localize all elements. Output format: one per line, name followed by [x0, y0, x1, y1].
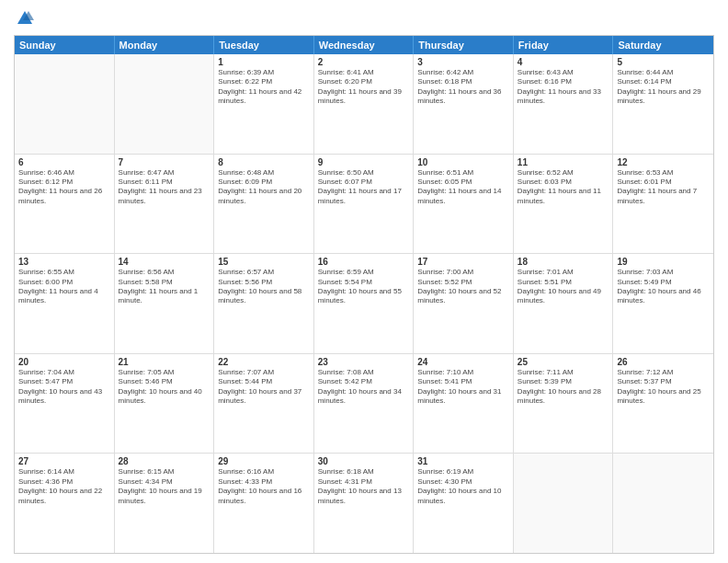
- sunrise-text: Sunrise: 7:10 AM: [417, 368, 473, 376]
- daylight-text: Daylight: 11 hours and 23 minutes.: [119, 187, 202, 204]
- day-cell-30: 30Sunrise: 6:18 AMSunset: 4:31 PMDayligh…: [314, 454, 415, 553]
- sunset-text: Sunset: 5:46 PM: [119, 377, 173, 385]
- daylight-text: Daylight: 10 hours and 16 minutes.: [218, 487, 301, 504]
- daylight-text: Daylight: 11 hours and 36 minutes.: [417, 87, 501, 105]
- sunset-text: Sunset: 5:52 PM: [417, 278, 472, 286]
- sunrise-text: Sunrise: 6:41 AM: [318, 68, 374, 76]
- cell-info: Sunrise: 6:18 AMSunset: 4:31 PMDaylight:…: [318, 467, 410, 506]
- daylight-text: Daylight: 11 hours and 20 minutes.: [218, 187, 301, 204]
- day-number: 7: [119, 157, 210, 167]
- day-number: 28: [119, 456, 210, 466]
- sunset-text: Sunset: 5:39 PM: [518, 377, 572, 385]
- sunrise-text: Sunrise: 7:00 AM: [417, 268, 473, 276]
- day-cell-27: 27Sunrise: 6:14 AMSunset: 4:36 PMDayligh…: [15, 454, 115, 553]
- sunrise-text: Sunrise: 6:19 AM: [417, 467, 473, 476]
- cell-info: Sunrise: 6:41 AMSunset: 6:20 PMDaylight:…: [318, 68, 410, 107]
- logo: [14, 9, 34, 28]
- day-number: 4: [518, 57, 609, 67]
- day-number: 15: [218, 257, 310, 267]
- daylight-text: Daylight: 11 hours and 11 minutes.: [518, 187, 601, 204]
- sunrise-text: Sunrise: 6:44 AM: [617, 68, 673, 76]
- sunset-text: Sunset: 6:22 PM: [218, 77, 272, 86]
- day-number: 25: [518, 357, 609, 367]
- sunrise-text: Sunrise: 6:59 AM: [318, 268, 374, 276]
- daylight-text: Daylight: 10 hours and 25 minutes.: [617, 387, 700, 405]
- day-cell-21: 21Sunrise: 7:05 AMSunset: 5:46 PMDayligh…: [115, 354, 215, 454]
- day-number: 3: [417, 57, 509, 67]
- day-cell-12: 12Sunrise: 6:53 AMSunset: 6:01 PMDayligh…: [613, 155, 713, 254]
- sunrise-text: Sunrise: 6:43 AM: [518, 68, 574, 76]
- sunset-text: Sunset: 4:34 PM: [119, 477, 173, 486]
- calendar-header: SundayMondayTuesdayWednesdayThursdayFrid…: [15, 36, 713, 54]
- sunrise-text: Sunrise: 7:05 AM: [119, 368, 175, 376]
- day-number: 20: [18, 357, 110, 367]
- cell-info: Sunrise: 6:19 AMSunset: 4:30 PMDaylight:…: [417, 467, 509, 506]
- daylight-text: Daylight: 11 hours and 1 minute.: [119, 287, 199, 304]
- daylight-text: Daylight: 10 hours and 34 minutes.: [318, 387, 402, 405]
- sunrise-text: Sunrise: 6:55 AM: [18, 268, 74, 276]
- day-number: 11: [518, 157, 609, 167]
- day-number: 24: [417, 357, 509, 367]
- sunset-text: Sunset: 5:37 PM: [617, 377, 671, 385]
- day-number: 16: [318, 257, 410, 267]
- day-number: 27: [18, 456, 110, 466]
- day-number: 30: [318, 456, 410, 466]
- sunrise-text: Sunrise: 7:08 AM: [318, 368, 374, 376]
- day-cell-20: 20Sunrise: 7:04 AMSunset: 5:47 PMDayligh…: [15, 354, 115, 454]
- sunset-text: Sunset: 5:42 PM: [318, 377, 372, 385]
- weekday-header-thursday: Thursday: [414, 36, 514, 54]
- page: SundayMondayTuesdayWednesdayThursdayFrid…: [0, 0, 728, 563]
- day-number: 14: [119, 257, 210, 267]
- day-cell-11: 11Sunrise: 6:52 AMSunset: 6:03 PMDayligh…: [514, 155, 614, 254]
- cell-info: Sunrise: 6:48 AMSunset: 6:09 PMDaylight:…: [218, 168, 310, 207]
- sunset-text: Sunset: 6:16 PM: [518, 77, 572, 86]
- daylight-text: Daylight: 11 hours and 42 minutes.: [218, 87, 301, 105]
- sunset-text: Sunset: 4:30 PM: [417, 477, 472, 486]
- calendar-row-0: 1Sunrise: 6:39 AMSunset: 6:22 PMDaylight…: [15, 54, 713, 155]
- day-cell-24: 24Sunrise: 7:10 AMSunset: 5:41 PMDayligh…: [414, 354, 514, 454]
- daylight-text: Daylight: 10 hours and 13 minutes.: [318, 487, 402, 504]
- day-cell-16: 16Sunrise: 6:59 AMSunset: 5:54 PMDayligh…: [314, 254, 415, 353]
- cell-info: Sunrise: 6:44 AMSunset: 6:14 PMDaylight:…: [617, 68, 710, 107]
- sunrise-text: Sunrise: 6:57 AM: [218, 268, 274, 276]
- day-cell-26: 26Sunrise: 7:12 AMSunset: 5:37 PMDayligh…: [613, 354, 713, 454]
- day-cell-7: 7Sunrise: 6:47 AMSunset: 6:11 PMDaylight…: [115, 155, 215, 254]
- cell-info: Sunrise: 7:10 AMSunset: 5:41 PMDaylight:…: [417, 368, 509, 407]
- cell-info: Sunrise: 7:07 AMSunset: 5:44 PMDaylight:…: [218, 368, 310, 407]
- daylight-text: Daylight: 10 hours and 46 minutes.: [617, 287, 700, 304]
- sunset-text: Sunset: 4:33 PM: [218, 477, 272, 486]
- daylight-text: Daylight: 10 hours and 49 minutes.: [518, 287, 601, 304]
- sunset-text: Sunset: 5:56 PM: [218, 278, 272, 286]
- day-number: 1: [218, 57, 310, 67]
- cell-info: Sunrise: 7:12 AMSunset: 5:37 PMDaylight:…: [617, 368, 710, 407]
- sunrise-text: Sunrise: 6:16 AM: [218, 467, 274, 476]
- day-cell-29: 29Sunrise: 6:16 AMSunset: 4:33 PMDayligh…: [214, 454, 314, 553]
- empty-cell-4-5: [514, 454, 614, 553]
- day-cell-6: 6Sunrise: 6:46 AMSunset: 6:12 PMDaylight…: [15, 155, 115, 254]
- sunrise-text: Sunrise: 7:07 AM: [218, 368, 274, 376]
- cell-info: Sunrise: 6:16 AMSunset: 4:33 PMDaylight:…: [218, 467, 310, 506]
- sunset-text: Sunset: 6:14 PM: [617, 77, 671, 86]
- cell-info: Sunrise: 6:56 AMSunset: 5:58 PMDaylight:…: [119, 268, 210, 306]
- sunset-text: Sunset: 4:31 PM: [318, 477, 372, 486]
- cell-info: Sunrise: 7:08 AMSunset: 5:42 PMDaylight:…: [318, 368, 410, 407]
- cell-info: Sunrise: 6:46 AMSunset: 6:12 PMDaylight:…: [18, 168, 110, 207]
- day-number: 19: [617, 257, 710, 267]
- cell-info: Sunrise: 6:39 AMSunset: 6:22 PMDaylight:…: [218, 68, 310, 107]
- weekday-header-wednesday: Wednesday: [314, 36, 415, 54]
- daylight-text: Daylight: 10 hours and 40 minutes.: [119, 387, 202, 405]
- cell-info: Sunrise: 6:47 AMSunset: 6:11 PMDaylight:…: [119, 168, 210, 207]
- sunrise-text: Sunrise: 6:50 AM: [318, 168, 374, 177]
- day-cell-3: 3Sunrise: 6:42 AMSunset: 6:18 PMDaylight…: [414, 54, 514, 154]
- day-number: 13: [18, 257, 110, 267]
- calendar-row-3: 20Sunrise: 7:04 AMSunset: 5:47 PMDayligh…: [15, 354, 713, 454]
- empty-cell-4-6: [613, 454, 713, 553]
- sunset-text: Sunset: 6:05 PM: [417, 178, 472, 186]
- sunrise-text: Sunrise: 6:15 AM: [119, 467, 175, 476]
- sunrise-text: Sunrise: 6:39 AM: [218, 68, 274, 76]
- sunset-text: Sunset: 6:07 PM: [318, 178, 372, 186]
- sunrise-text: Sunrise: 6:42 AM: [417, 68, 473, 76]
- day-cell-19: 19Sunrise: 7:03 AMSunset: 5:49 PMDayligh…: [613, 254, 713, 353]
- day-number: 17: [417, 257, 509, 267]
- sunset-text: Sunset: 5:41 PM: [417, 377, 472, 385]
